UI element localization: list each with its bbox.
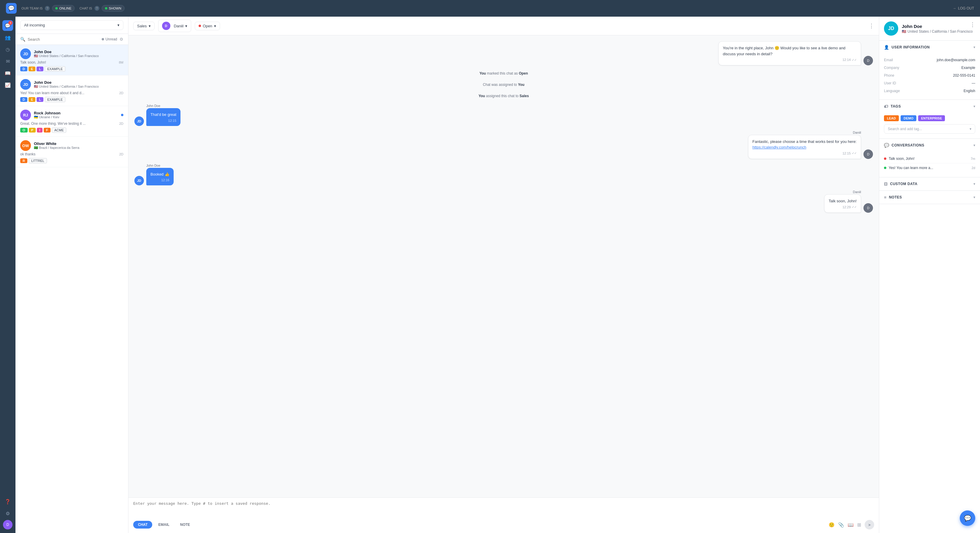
message-time: 12:14 — [842, 58, 851, 62]
message-item: John Doe JD That'd be great 12:15 — [134, 104, 873, 126]
notes-chevron-icon: ▾ — [974, 195, 975, 199]
search-input[interactable] — [28, 37, 99, 41]
conv-item-header: RJ Rock Johnson 🇺🇦 Ukraine / Kiev — [20, 109, 123, 121]
section-chevron-icon: ▾ — [974, 45, 975, 49]
conv-preview-text: Talk soon, John! — [20, 60, 116, 65]
conv-info: John Doe 🇺🇸 United States / California /… — [34, 80, 123, 89]
message-list: You're in the right place, John 🙂 Would … — [129, 35, 879, 497]
tag-label: EXAMPLE — [45, 66, 65, 71]
system-message: You assigned this chat to Sales — [134, 93, 873, 99]
chat-tab[interactable]: CHAT — [133, 521, 152, 528]
left-nav: 💬 3 👥 ◷ ✉ 📖 📈 ❓ ⚙ D — [0, 17, 16, 533]
read-checkmark-icon: ✓✓ — [852, 58, 857, 62]
conversation-item[interactable]: RJ Rock Johnson 🇺🇦 Ukraine / Kiev Great.… — [16, 106, 128, 136]
user-message-avatar: JD — [134, 176, 144, 186]
floating-chat-button[interactable]: 💬 — [960, 511, 975, 526]
unread-label: Unread — [105, 37, 117, 41]
custom-data-section-header[interactable]: ⊡ CUSTOM DATA ▾ — [879, 178, 980, 190]
knowledge-base-icon[interactable]: 📖 — [848, 522, 854, 528]
message-sender: John Doe — [146, 164, 873, 167]
conv-preview-text: Great. One more thing. We've testing it … — [20, 122, 117, 126]
nav-send-icon[interactable]: ✉ — [2, 56, 13, 67]
agent-message-bubble: Fantastic, please choose a time that wor… — [748, 135, 861, 159]
calendly-link[interactable]: https://calendly.com/helpcrunch — [752, 145, 807, 149]
conversation-item[interactable]: JD John Doe 🇺🇸 United States / Californi… — [16, 75, 128, 106]
user-message-bubble: That'd be great 12:15 — [146, 108, 180, 126]
user-info-section: 👤 USER INFORMATION ▾ Email john.doe@exam… — [879, 41, 980, 100]
avatar: JD — [20, 79, 31, 90]
nav-settings-icon[interactable]: ⚙ — [2, 508, 13, 519]
filter-select[interactable]: All incoming ▾ — [20, 20, 123, 30]
conversations-icon: 💬 — [884, 143, 889, 148]
info-row-userid: User ID — — [884, 79, 975, 87]
conversations-section-header[interactable]: 💬 CONVERSATIONS ▾ — [879, 139, 980, 152]
team-status-value: ONLINE — [59, 6, 72, 10]
nav-analytics-icon[interactable]: 📈 — [2, 79, 13, 90]
info-row-email: Email john.doe@example.com — [884, 56, 975, 64]
snippet-icon[interactable]: ⊞ — [857, 522, 861, 528]
channel-select[interactable]: Sales ▾ — [133, 22, 154, 30]
tag-pill: E — [29, 67, 35, 71]
chat-input-area: CHAT EMAIL NOTE 🙂 📎 📖 ⊞ ➤ — [129, 497, 879, 533]
tag-icon: 🏷 — [884, 104, 888, 109]
contact-info: John Doe 🇺🇸 United States / California /… — [902, 24, 972, 33]
nav-badge: 3 — [8, 21, 13, 25]
team-status-label: OUR TEAM IS — [21, 6, 43, 10]
conv-tags: D E L EXAMPLE — [20, 66, 123, 71]
conv-time: 8M — [119, 60, 123, 64]
nav-help-icon[interactable]: ❓ — [2, 496, 13, 507]
conv-panel-item[interactable]: Talk soon, John! 7m — [884, 154, 975, 163]
conv-location: 🇺🇸 United States / California / San Fran… — [34, 54, 123, 58]
sidebar-settings-icon[interactable]: ⚙ — [119, 37, 123, 41]
status-select[interactable]: Open ▾ — [195, 22, 220, 30]
agent-message-avatar: D — [864, 203, 873, 213]
note-tab[interactable]: NOTE — [175, 521, 195, 528]
tag-search[interactable]: Search and add tag... ▾ — [884, 124, 975, 134]
agent-avatar: D — [162, 22, 170, 30]
message-input[interactable] — [133, 501, 874, 516]
agent-select[interactable]: D Daniil ▾ — [158, 20, 191, 32]
chat-status-help-icon[interactable]: ? — [95, 6, 99, 11]
send-button[interactable]: ➤ — [865, 520, 874, 530]
chat-status-value: SHOWN — [109, 6, 121, 10]
conversation-item[interactable]: OW Oliver White 🇧🇷 Brazil / Itapecerica … — [16, 136, 128, 167]
tag-pill: R — [20, 159, 27, 163]
team-online-badge[interactable]: ONLINE — [52, 5, 75, 11]
conv-item-header: JD John Doe 🇺🇸 United States / Californi… — [20, 79, 123, 90]
notes-section-header[interactable]: ≡ NOTES ▾ — [879, 191, 980, 204]
status-label: Open — [203, 24, 212, 28]
conv-panel-item[interactable]: Yes! You can learn more a... 2d — [884, 163, 975, 172]
tag-lead[interactable]: LEAD — [884, 115, 899, 121]
team-status-help-icon[interactable]: ? — [45, 6, 50, 11]
language-label: Language — [884, 89, 900, 93]
conv-time: 2D — [119, 152, 123, 156]
user-info-section-header[interactable]: 👤 USER INFORMATION ▾ — [879, 41, 980, 54]
chat-more-button[interactable]: ⋮ — [869, 22, 874, 29]
conv-status-dot — [884, 157, 886, 160]
tag-pill: E — [29, 97, 35, 102]
unread-badge: Unread — [102, 37, 117, 41]
message-text: That'd be great — [150, 112, 176, 117]
nav-user-avatar[interactable]: D — [3, 520, 13, 530]
chat-shown-badge[interactable]: SHOWN — [102, 5, 124, 11]
nav-activity-icon[interactable]: ◷ — [2, 44, 13, 55]
tags-section-header[interactable]: 🏷 TAGS ▾ — [879, 100, 980, 113]
email-tab[interactable]: EMAIL — [153, 521, 174, 528]
conversation-item[interactable]: JD John Doe 🇺🇸 United States / Californi… — [16, 45, 128, 75]
user-message-bubble: Booked 👍 12:16 — [146, 168, 173, 186]
logo[interactable]: 💬 — [6, 3, 17, 14]
nav-chat-icon[interactable]: 💬 3 — [2, 20, 13, 31]
tag-demo[interactable]: DEMO — [900, 115, 916, 121]
conv-preview-row: Yes! You can learn more about it and d..… — [20, 91, 123, 95]
message-time: 12:29 — [842, 205, 851, 209]
logout-button[interactable]: → LOG OUT — [953, 6, 974, 10]
nav-users-icon[interactable]: 👥 — [2, 32, 13, 43]
company-label: Company — [884, 66, 899, 70]
attachment-icon[interactable]: 📎 — [838, 522, 844, 528]
filter-label: All incoming — [24, 23, 45, 27]
conv-info: Oliver White 🇧🇷 Brazil / Itapecerica da … — [34, 141, 123, 150]
nav-book-icon[interactable]: 📖 — [2, 68, 13, 78]
tag-enterprise[interactable]: ENTERPRISE — [918, 115, 945, 121]
contact-more-button[interactable]: ⋮ — [970, 21, 975, 28]
emoji-icon[interactable]: 🙂 — [829, 522, 835, 528]
